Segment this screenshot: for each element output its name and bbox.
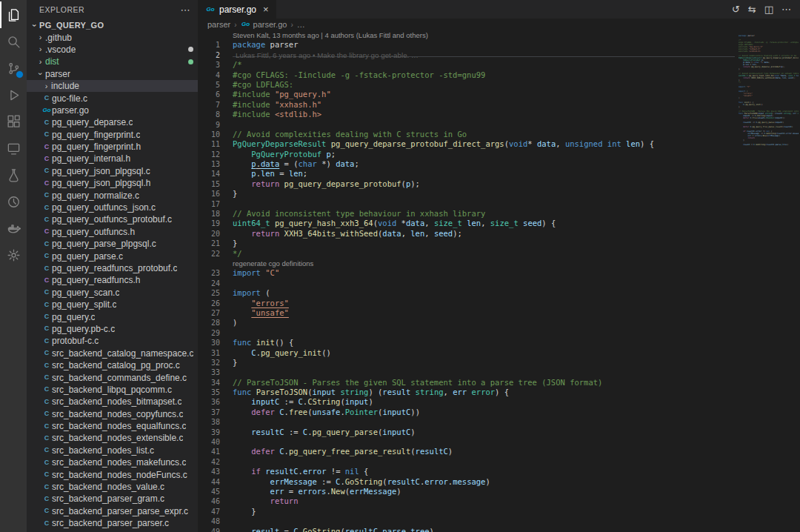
- tree-item-pg-query-fingerprint-c[interactable]: Cpg_query_fingerprint.c: [27, 129, 198, 141]
- tree-item-parser[interactable]: ›parser: [27, 68, 198, 80]
- line-number: 34: [198, 378, 220, 388]
- code-line: 40: [198, 437, 735, 447]
- tree-item--vscode[interactable]: ›.vscode: [27, 44, 198, 56]
- source-control-icon[interactable]: [0, 55, 27, 82]
- tree-item-label: src_backend_nodes_nodeFuncs.c: [52, 470, 187, 480]
- tree-item-pg-query-parse-c[interactable]: Cpg_query_parse.c: [27, 250, 198, 262]
- tree-item-src-backend-nodes-copyfuncs-c[interactable]: Csrc_backend_nodes_copyfuncs.c: [27, 408, 198, 420]
- tree-item-label: parser.go: [52, 105, 89, 116]
- tree-item-src-backend-nodes-value-c[interactable]: Csrc_backend_nodes_value.c: [27, 481, 198, 493]
- c-file-icon: C: [41, 119, 52, 126]
- tree-item-src-backend-nodes-equalfuncs-c[interactable]: Csrc_backend_nodes_equalfuncs.c: [27, 420, 198, 432]
- minimap[interactable]: package parser/*#cgo CFLAGS: -Iinclude -…: [735, 30, 800, 532]
- breadcrumb-file[interactable]: Go parser.go: [241, 20, 287, 29]
- tree-item-src-backend-parser-gram-c[interactable]: Csrc_backend_parser_gram.c: [27, 493, 198, 505]
- tree-item-src-backend-commands-define-c[interactable]: Csrc_backend_commands_define.c: [27, 371, 198, 383]
- c-file-icon: C: [41, 447, 52, 453]
- c-file-icon: C: [41, 423, 52, 430]
- tree-item-src-backend-nodes-nodefuncs-c[interactable]: Csrc_backend_nodes_nodeFuncs.c: [27, 468, 198, 480]
- tree-item-pg-query-parse-plpgsql-c[interactable]: Cpg_query_parse_plpgsql.c: [27, 238, 198, 250]
- code-line: 27 "unsafe": [198, 308, 735, 318]
- c-file-icon: C: [41, 362, 52, 369]
- tree-item-label: pg_query_parse.c: [52, 251, 123, 262]
- tree-item-pg-query-deparse-c[interactable]: Cpg_query_deparse.c: [27, 116, 198, 128]
- tree-item-pg-query-outfuncs-protobuf-c[interactable]: Cpg_query_outfuncs_protobuf.c: [27, 213, 198, 225]
- tree-item-guc-file-c[interactable]: Cguc-file.c: [27, 92, 198, 104]
- tab-parser-go[interactable]: Go parser.go ×: [198, 0, 276, 19]
- tree-item-label: pg_query_outfuncs_json.c: [52, 202, 156, 213]
- tree-item-include[interactable]: ›include: [27, 80, 198, 92]
- tree-item-pg-query-outfuncs-json-c[interactable]: Cpg_query_outfuncs_json.c: [27, 202, 198, 213]
- file-tree[interactable]: ›PG_QUERY_GO›.github›.vscode›dist›parser…: [27, 19, 198, 532]
- tree-item-label: pg_query_deparse.c: [52, 117, 133, 127]
- more-actions-icon[interactable]: ⋯: [781, 4, 791, 15]
- explorer-icon[interactable]: [0, 1, 27, 28]
- settings-gear-icon[interactable]: [0, 242, 27, 268]
- tree-item-pg-query-json-plpgsql-c[interactable]: Cpg_query_json_plpgsql.c: [27, 165, 198, 177]
- tree-item-protobuf-c-c[interactable]: Cprotobuf-c.c: [27, 335, 198, 347]
- tree-item-label: pg_query_outfuncs_protobuf.c: [52, 214, 172, 225]
- tree-item-pg-query-readfuncs-h[interactable]: Cpg_query_readfuncs.h: [27, 274, 198, 286]
- line-number: 39: [198, 428, 220, 437]
- code-line: 8#include <stdlib.h>: [198, 110, 735, 119]
- tree-item-pg-query-c[interactable]: Cpg_query.c: [27, 310, 198, 322]
- code-lens[interactable]: Steven Kalt, 13 months ago | 4 authors (…: [233, 30, 428, 40]
- tree-item-pg-query-outfuncs-h[interactable]: Cpg_query_outfuncs.h: [27, 226, 198, 238]
- tree-item-label: pg_query_json_plpgsql.h: [52, 178, 150, 188]
- line-number: 32: [198, 358, 220, 368]
- tree-item-src-backend-nodes-list-c[interactable]: Csrc_backend_nodes_list.c: [27, 445, 198, 456]
- tree-item-pg-query-readfuncs-protobuf-c[interactable]: Cpg_query_readfuncs_protobuf.c: [27, 262, 198, 274]
- tree-item-src-backend-nodes-bitmapset-c[interactable]: Csrc_backend_nodes_bitmapset.c: [27, 396, 198, 408]
- open-changes-icon[interactable]: ⇆: [748, 4, 756, 15]
- c-file-icon: C: [41, 471, 52, 478]
- tree-item-src-backend-parser-parser-c[interactable]: Csrc_backend_parser_parser.c: [27, 517, 198, 529]
- activity-bar: [0, 0, 27, 532]
- history-icon[interactable]: ↺: [732, 4, 740, 15]
- line-number: 42: [198, 457, 220, 467]
- explorer-more-actions-icon[interactable]: ⋯: [181, 4, 191, 16]
- tree-item-src-backend-parser-parse-expr-c[interactable]: Csrc_backend_parser_parse_expr.c: [27, 505, 198, 517]
- tree-item-pg-query-go[interactable]: ›PG_QUERY_GO: [27, 19, 198, 31]
- breadcrumb-symbol[interactable]: …: [297, 20, 305, 29]
- code-area[interactable]: Steven Kalt, 13 months ago | 4 authors (…: [198, 30, 735, 532]
- tree-item-src-backend-libpq-pqcomm-c[interactable]: Csrc_backend_libpq_pqcomm.c: [27, 384, 198, 396]
- split-editor-icon[interactable]: ◫: [764, 4, 773, 15]
- line-number: 10: [198, 130, 220, 139]
- close-icon[interactable]: ×: [263, 4, 269, 15]
- code-lens[interactable]: regenerate cgo definitions: [233, 259, 313, 268]
- search-icon[interactable]: [0, 28, 27, 55]
- c-file-icon: C: [41, 192, 52, 199]
- tree-item-pg-query-scan-c[interactable]: Cpg_query_scan.c: [27, 287, 198, 299]
- tree-item-dist[interactable]: ›dist: [27, 56, 198, 67]
- tree-item-label: parser: [45, 69, 70, 79]
- extensions-icon[interactable]: [0, 108, 27, 135]
- tree-item-parser-go[interactable]: Goparser.go: [27, 104, 198, 116]
- tree-item-pg-query-pb-c-c[interactable]: Cpg_query.pb-c.c: [27, 323, 198, 335]
- tree-item-src-backend-nodes-extensible-c[interactable]: Csrc_backend_nodes_extensible.c: [27, 432, 198, 444]
- tree-item-label: pg_query_json_plpgsql.c: [52, 166, 150, 176]
- tree-item-label: src_backend_nodes_makefuncs.c: [52, 457, 186, 468]
- tree-item-pg-query-fingerprint-h[interactable]: Cpg_query_fingerprint.h: [27, 141, 198, 153]
- line-number: 13: [198, 159, 220, 169]
- tree-item-pg-query-internal-h[interactable]: Cpg_query_internal.h: [27, 153, 198, 164]
- breadcrumb-folder[interactable]: parser: [207, 20, 230, 29]
- code-line: 18// Avoid inconsistent type behaviour i…: [198, 209, 735, 219]
- testing-icon[interactable]: [0, 162, 27, 188]
- line-number: 3: [198, 60, 220, 70]
- tree-item-src-backend-catalog-namespace-c[interactable]: Csrc_backend_catalog_namespace.c: [27, 348, 198, 359]
- code-line: 12 PgQueryProtobuf p;: [198, 150, 735, 159]
- tree-item-pg-query-normalize-c[interactable]: Cpg_query_normalize.c: [27, 189, 198, 201]
- tree-item-pg-query-json-plpgsql-h[interactable]: Cpg_query_json_plpgsql.h: [27, 177, 198, 189]
- remote-explorer-icon[interactable]: [0, 135, 27, 162]
- tree-item-src-backend-catalog-pg-proc-c[interactable]: Csrc_backend_catalog_pg_proc.c: [27, 359, 198, 371]
- clock-icon[interactable]: [0, 188, 27, 215]
- tree-item--github[interactable]: ›.github: [27, 31, 198, 43]
- run-and-debug-icon[interactable]: [0, 82, 27, 108]
- docker-icon[interactable]: [0, 215, 27, 242]
- code-line: 22*/: [198, 249, 735, 259]
- c-file-icon: C: [41, 156, 52, 162]
- code-line: 23import "C": [198, 268, 735, 278]
- tree-item-pg-query-split-c[interactable]: Cpg_query_split.c: [27, 299, 198, 310]
- tree-item-src-backend-nodes-makefuncs-c[interactable]: Csrc_backend_nodes_makefuncs.c: [27, 456, 198, 468]
- code-line: 7#include "xxhash.h": [198, 100, 735, 110]
